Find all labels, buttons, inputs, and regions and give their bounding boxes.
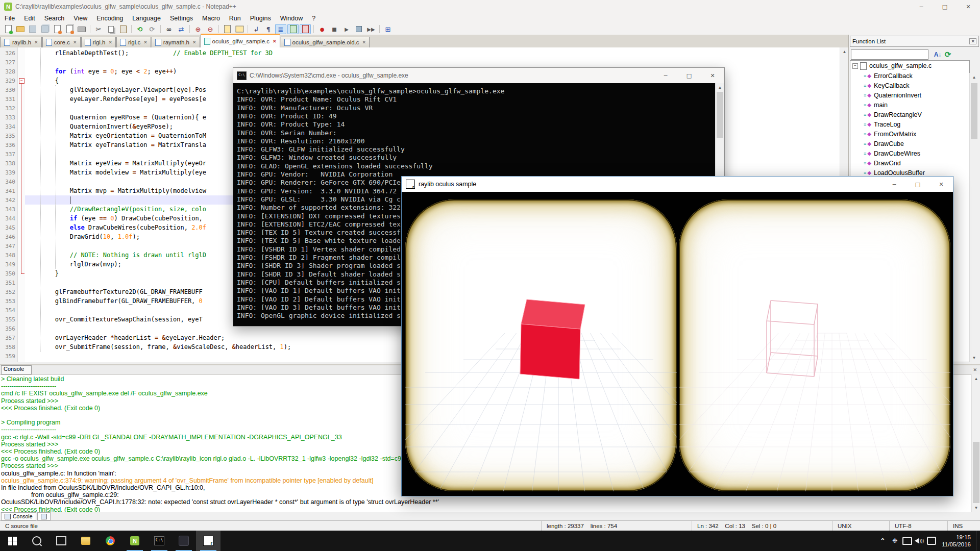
paste-icon[interactable] <box>117 24 129 34</box>
settings-gear-icon[interactable]: ❉ <box>889 531 901 551</box>
replace-icon[interactable]: ⇄ <box>176 24 187 34</box>
tab-oculus_glfw_sample.old.c[interactable]: oculus_glfw_sample.old.c✕ <box>281 37 370 47</box>
cmd-maximize-button[interactable]: □ <box>677 68 701 83</box>
function-item-main[interactable]: ≡◆main <box>850 100 969 110</box>
cmd-minimize-button[interactable]: ─ <box>654 68 677 83</box>
taskbar-notepadpp[interactable]: N <box>122 531 147 551</box>
function-search-input[interactable] <box>851 49 928 60</box>
tab-oculus_glfw_sample.c[interactable]: oculus_glfw_sample.c✕ <box>201 34 280 47</box>
refresh-icon[interactable]: ⟳ <box>943 49 953 60</box>
tab-raymath.h[interactable]: raymath.h✕ <box>152 37 200 47</box>
function-list-icon[interactable] <box>300 24 311 34</box>
taskbar-chrome[interactable] <box>98 531 122 551</box>
fold-margin[interactable] <box>18 47 25 362</box>
taskbar-task-view[interactable] <box>49 531 74 551</box>
tab-close-icon[interactable]: ✕ <box>192 40 197 45</box>
raylib-close-button[interactable]: ✕ <box>929 177 953 192</box>
menu-search[interactable]: Search <box>40 14 69 23</box>
function-tree-root[interactable]: −oculus_glfw_sample.c <box>850 61 969 71</box>
function-item-KeyCallback[interactable]: ≡◆KeyCallback <box>850 81 969 90</box>
tab-close-icon[interactable]: ✕ <box>34 40 38 45</box>
undo-icon[interactable]: ⟲ <box>134 24 145 34</box>
record-macro-icon[interactable]: ● <box>316 24 328 34</box>
print-icon[interactable] <box>76 24 87 34</box>
minimize-button[interactable]: ─ <box>910 0 933 13</box>
function-item-DrawCube[interactable]: ≡◆DrawCube <box>850 139 969 148</box>
doc-switcher-icon[interactable]: ⊞ <box>382 24 394 34</box>
menu-macro[interactable]: Macro <box>198 14 225 23</box>
menu-file[interactable]: File <box>0 14 19 23</box>
copy-icon[interactable] <box>105 24 116 34</box>
sort-az-icon[interactable]: A↓ <box>933 49 943 60</box>
taskbar-cmd[interactable]: C:\ <box>147 531 172 551</box>
tab-close-icon[interactable]: ✕ <box>362 40 366 45</box>
menu-edit[interactable]: Edit <box>19 14 40 23</box>
tab-close-icon[interactable]: ✕ <box>73 40 77 45</box>
run-macro-multi-icon[interactable]: ▶▶ <box>365 24 377 34</box>
function-item-DrawRectangleV[interactable]: ≡◆DrawRectangleV <box>850 110 969 119</box>
save-all-icon[interactable] <box>39 24 51 34</box>
notepadpp-titlebar[interactable]: N C:\raylib\raylib\examples\oculus_glfw_… <box>0 0 980 14</box>
maximize-button[interactable]: □ <box>933 0 957 13</box>
tab-raylib.h[interactable]: raylib.h✕ <box>1 37 42 47</box>
taskbar-start[interactable] <box>0 531 24 551</box>
sync-vertical-icon[interactable] <box>222 24 233 34</box>
redo-icon[interactable]: ⟳ <box>146 24 158 34</box>
network-icon[interactable] <box>901 531 913 551</box>
close-button[interactable]: ✕ <box>957 0 980 13</box>
menu-language[interactable]: Language <box>128 14 165 23</box>
stop-macro-icon[interactable]: ■ <box>329 24 340 34</box>
volume-icon[interactable]: ))) <box>913 531 925 551</box>
function-item-QuaternionInvert[interactable]: ≡◆QuaternionInvert <box>850 90 969 100</box>
cmd-titlebar[interactable]: C:\ C:\Windows\System32\cmd.exe - oculus… <box>233 68 724 83</box>
function-item-ErrorCallback[interactable]: ≡◆ErrorCallback <box>850 71 969 81</box>
show-desktop-button[interactable] <box>976 531 980 551</box>
close-file-icon[interactable] <box>52 24 63 34</box>
open-file-icon[interactable] <box>15 24 26 34</box>
raylib-titlebar[interactable]: r raylib oculus sample ─ □ ✕ <box>402 177 953 192</box>
taskbar-file-explorer[interactable] <box>74 531 98 551</box>
function-item-DrawGrid[interactable]: ≡◆DrawGrid <box>850 158 969 168</box>
tab-rlgl.c[interactable]: rlgl.c✕ <box>116 37 151 47</box>
close-all-icon[interactable] <box>64 24 75 34</box>
menu-settings[interactable]: Settings <box>165 14 198 23</box>
raylib-minimize-button[interactable]: ─ <box>883 177 906 192</box>
console-close-icon[interactable]: ✕ <box>973 367 977 372</box>
dock-tab-console[interactable]: Console <box>1 512 36 520</box>
function-list-scrollbar[interactable]: ▲ ▼ <box>969 73 978 362</box>
function-item-FromOvrMatrix[interactable]: ≡◆FromOvrMatrix <box>850 129 969 139</box>
word-wrap-icon[interactable]: ↲ <box>251 24 262 34</box>
menu-view[interactable]: View <box>69 14 92 23</box>
save-macro-icon[interactable] <box>353 24 364 34</box>
action-center-icon[interactable] <box>925 531 938 551</box>
fold-collapse-icon[interactable]: − <box>19 78 24 84</box>
indent-guide-icon[interactable]: ≣ <box>275 24 286 34</box>
tree-collapse-icon[interactable]: − <box>852 63 858 69</box>
sync-horizontal-icon[interactable] <box>234 24 245 34</box>
find-icon[interactable]: ∞ <box>163 24 175 34</box>
tab-close-icon[interactable]: ✕ <box>108 40 112 45</box>
menu-encoding[interactable]: Encoding <box>92 14 128 23</box>
function-list-close-icon[interactable]: ✕ <box>969 38 976 44</box>
hidden-icons-chevron[interactable]: ⌃ <box>876 531 889 551</box>
tab-close-icon[interactable]: ✕ <box>273 39 277 44</box>
function-item-DrawCubeWires[interactable]: ≡◆DrawCubeWires <box>850 148 969 158</box>
cmd-close-button[interactable]: ✕ <box>701 68 724 83</box>
doc-map-icon[interactable] <box>287 24 299 34</box>
console-scrollbar[interactable]: ▲ ▼ <box>971 374 980 512</box>
taskbar-search[interactable] <box>24 531 49 551</box>
taskbar-raylib[interactable]: r <box>196 531 220 551</box>
tab-close-icon[interactable]: ✕ <box>143 40 148 45</box>
zoom-in-icon[interactable]: ⊕ <box>192 24 204 34</box>
cut-icon[interactable]: ✂ <box>93 24 104 34</box>
raylib-maximize-button[interactable]: □ <box>906 177 929 192</box>
menu-window[interactable]: Window <box>276 14 307 23</box>
dock-tab-document[interactable] <box>37 512 51 520</box>
zoom-out-icon[interactable]: ⊖ <box>205 24 216 34</box>
tab-core.c[interactable]: core.c✕ <box>42 37 81 47</box>
menu-run[interactable]: Run <box>225 14 246 23</box>
play-macro-icon[interactable]: ▶ <box>341 24 352 34</box>
menu-help[interactable]: ? <box>307 14 320 23</box>
save-file-icon[interactable] <box>27 24 38 34</box>
show-all-chars-icon[interactable]: ¶ <box>263 24 274 34</box>
